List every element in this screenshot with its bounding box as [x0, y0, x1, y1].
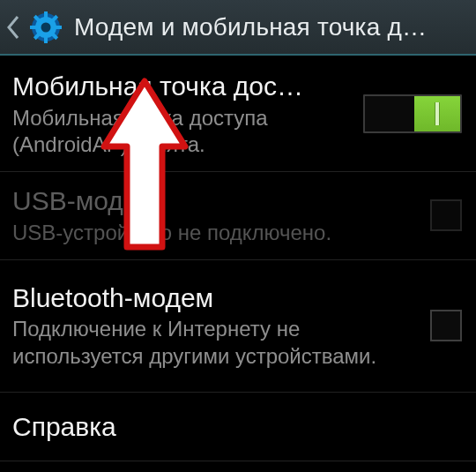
row-text: Справка: [12, 410, 462, 444]
row-mobile-hotspot[interactable]: Мобильная точка дос… Мобильная точка дос…: [0, 56, 476, 172]
switch-mobile-hotspot[interactable]: [363, 94, 462, 133]
row-text: Мобильная точка дос… Мобильная точка дос…: [12, 70, 351, 159]
svg-rect-2: [44, 11, 48, 18]
row-subtitle: USB-устройство не подключено.: [12, 220, 418, 247]
row-subtitle: Мобильная точка доступа (AndroidAP) заня…: [12, 105, 351, 159]
svg-rect-4: [30, 26, 36, 29]
row-subtitle: Подключение к Интернету не используется …: [12, 316, 418, 370]
actionbar-title: Модем и мобильная точка д…: [74, 13, 471, 41]
row-bluetooth-tethering[interactable]: Bluetooth-модем Подключение к Интернету …: [0, 260, 476, 393]
actionbar: Модем и мобильная точка д…: [0, 0, 476, 56]
row-text: USB-модем USB-устройство не подключено.: [12, 184, 418, 246]
svg-point-10: [41, 22, 51, 32]
row-control: [363, 94, 462, 133]
chevron-left-icon: [2, 10, 25, 45]
back-button[interactable]: [2, 8, 65, 47]
row-usb-tethering: USB-модем USB-устройство не подключено.: [0, 172, 476, 260]
checkbox-bluetooth-tethering[interactable]: [430, 310, 462, 341]
row-text: Bluetooth-модем Подключение к Интернету …: [12, 281, 418, 371]
row-title: USB-модем: [12, 184, 418, 218]
svg-rect-5: [56, 26, 62, 29]
row-title: Bluetooth-модем: [12, 281, 418, 315]
settings-list: Мобильная точка дос… Мобильная точка дос…: [0, 56, 476, 461]
row-help[interactable]: Справка: [0, 393, 476, 461]
row-title: Справка: [12, 410, 462, 444]
row-title: Мобильная точка дос…: [12, 70, 351, 103]
gear-icon: [26, 8, 65, 47]
row-control: [430, 199, 462, 231]
checkbox-usb-tethering: [430, 199, 462, 231]
row-control: [430, 310, 462, 341]
svg-rect-3: [44, 37, 48, 43]
